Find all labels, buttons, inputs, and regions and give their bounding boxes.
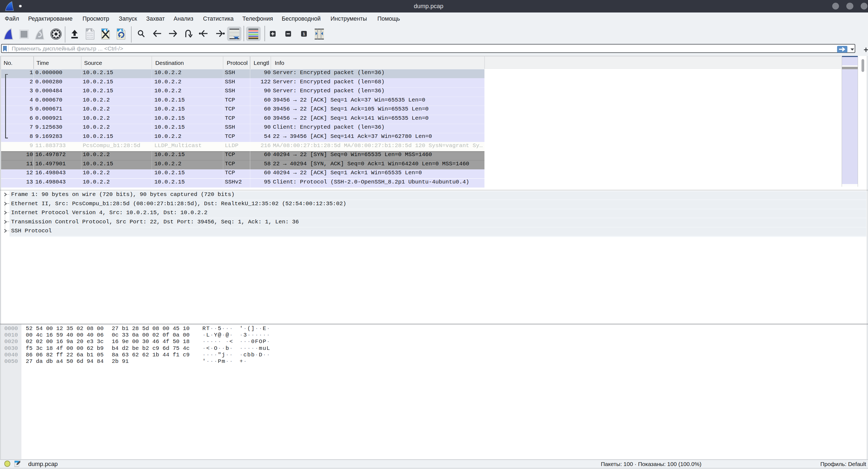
svg-text:01110: 01110 xyxy=(87,37,93,39)
svg-text:1: 1 xyxy=(303,31,305,36)
svg-text:01010: 01010 xyxy=(87,32,93,34)
svg-text:01101: 01101 xyxy=(87,34,93,37)
svg-text:0110: 0110 xyxy=(15,466,18,467)
